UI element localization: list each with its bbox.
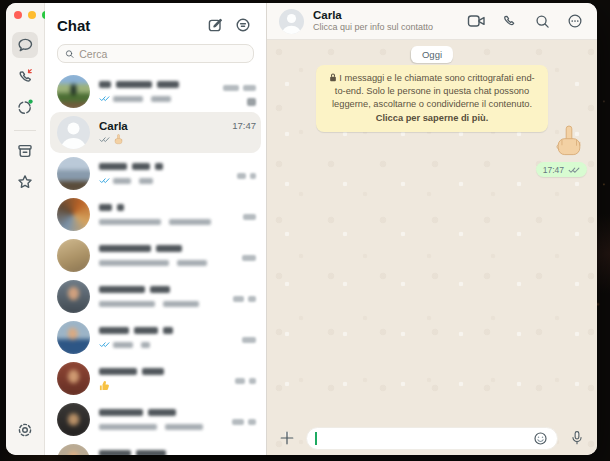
voice-message-button[interactable] — [567, 428, 587, 448]
sidebar-item-calls[interactable] — [12, 63, 38, 89]
contact-avatar — [57, 362, 90, 395]
more-options-icon — [567, 13, 583, 29]
chat-list-panel: Chat — [45, 3, 267, 455]
contact-avatar — [57, 280, 90, 313]
message-area: Oggi I messaggi e le chiamate sono critt… — [267, 40, 597, 455]
read-ticks-icon — [99, 339, 110, 350]
starred-icon — [16, 173, 34, 191]
calls-icon — [16, 67, 34, 85]
message-input-pill[interactable] — [306, 427, 558, 450]
contact-avatar — [57, 198, 90, 231]
navigation-rail — [6, 3, 45, 455]
voice-call-button[interactable] — [497, 10, 521, 32]
attach-button[interactable] — [277, 428, 297, 448]
archived-icon — [16, 142, 34, 160]
filter-chats-button[interactable] — [232, 14, 254, 36]
microphone-icon — [570, 430, 584, 446]
new-chat-button[interactable] — [204, 14, 226, 36]
message-meta: 17:47 — [536, 162, 587, 177]
conversation-panel: Carla Clicca qui per info sul contatto — [267, 3, 597, 455]
chat-row-redacted-9[interactable] — [45, 440, 266, 455]
chat-row-carla[interactable]: Carla 17:47 — [50, 112, 261, 153]
plus-icon — [279, 430, 295, 446]
chats-icon — [16, 36, 34, 54]
minimize-window-button[interactable] — [28, 11, 36, 19]
date-badge: Oggi — [411, 46, 453, 63]
read-ticks-icon — [99, 175, 110, 186]
conversation-avatar[interactable] — [279, 9, 304, 34]
contact-avatar — [57, 157, 90, 190]
composer — [267, 421, 597, 455]
emoji-button[interactable] — [532, 430, 549, 447]
whatsapp-window: Chat — [6, 3, 597, 455]
chat-contact-name: Carla — [99, 120, 232, 132]
contact-avatar — [57, 75, 90, 108]
conversation-header: Carla Clicca qui per info sul contatto — [267, 3, 597, 40]
contact-avatar — [57, 403, 90, 436]
chat-row-redacted-5[interactable] — [45, 276, 266, 317]
encryption-notice[interactable]: I messaggi e le chiamate sono crittograf… — [316, 65, 548, 132]
chat-row-redacted-8[interactable] — [45, 399, 266, 440]
search-box[interactable] — [57, 44, 254, 63]
chat-list-title: Chat — [57, 17, 198, 34]
contact-avatar — [57, 239, 90, 272]
encryption-notice-cta[interactable]: Clicca per saperne di più. — [376, 113, 489, 123]
chat-row-redacted-1[interactable] — [45, 71, 266, 112]
read-ticks-icon — [99, 93, 110, 104]
emoji-icon — [533, 431, 548, 446]
sidebar-item-archived[interactable] — [12, 138, 38, 164]
thumbs-up-emoji — [99, 380, 110, 391]
new-status-dot — [29, 100, 33, 104]
filter-icon — [235, 17, 251, 33]
video-call-icon — [467, 13, 486, 29]
status-icon — [16, 98, 34, 116]
sidebar-item-chats[interactable] — [12, 32, 38, 58]
contact-avatar — [57, 321, 90, 354]
text-caret — [315, 432, 317, 445]
contact-avatar — [57, 444, 90, 455]
chat-menu-button[interactable] — [563, 10, 587, 32]
contact-name: Carla — [313, 9, 455, 22]
search-in-chat-button[interactable] — [530, 10, 554, 32]
message-input[interactable] — [323, 432, 527, 444]
settings-icon — [16, 421, 34, 439]
sidebar-item-settings[interactable] — [12, 417, 38, 443]
video-call-button[interactable] — [464, 10, 488, 32]
middle-finger-emoji — [554, 125, 584, 157]
chat-row-redacted-7[interactable] — [45, 358, 266, 399]
default-avatar — [57, 116, 90, 149]
chat-row-redacted-4[interactable] — [45, 235, 266, 276]
chat-row-redacted-6[interactable] — [45, 317, 266, 358]
chat-rows: Carla 17:47 — [45, 71, 266, 455]
middle-finger-emoji — [113, 134, 124, 145]
search-icon — [535, 14, 550, 29]
desktop-wallpaper: Chat — [0, 0, 610, 461]
sidebar-item-starred[interactable] — [12, 169, 38, 195]
close-window-button[interactable] — [14, 11, 22, 19]
search-input[interactable] — [79, 48, 246, 60]
delivered-ticks-icon — [99, 134, 110, 145]
contact-info[interactable]: Carla Clicca qui per info sul contatto — [313, 9, 455, 33]
chat-list-header: Chat — [45, 3, 266, 42]
new-chat-icon — [207, 17, 223, 33]
voice-call-icon — [501, 13, 517, 29]
sidebar-item-status[interactable] — [12, 94, 38, 120]
delivered-ticks-icon — [568, 166, 580, 174]
encryption-notice-text: I messaggi e le chiamate sono crittograf… — [332, 73, 535, 109]
lock-icon — [329, 73, 337, 82]
chat-row-redacted-3[interactable] — [45, 194, 266, 235]
contact-subtitle: Clicca qui per info sul contatto — [313, 22, 455, 32]
pinned-chat-icon — [247, 98, 256, 106]
chat-time: 17:47 — [232, 120, 256, 131]
message-time: 17:47 — [543, 165, 564, 175]
search-icon — [65, 49, 74, 59]
chat-row-redacted-2[interactable] — [45, 153, 266, 194]
rail-divider — [14, 130, 36, 131]
